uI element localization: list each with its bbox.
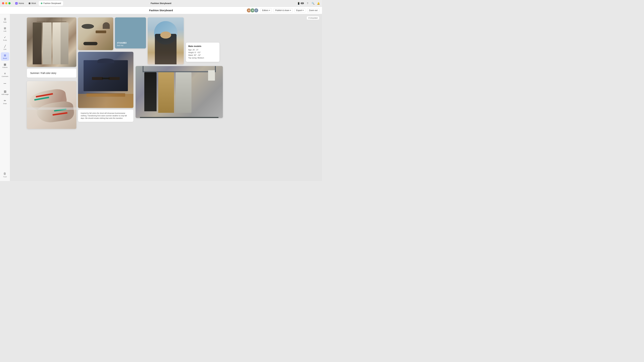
- sidebar-item-link[interactable]: ⊞ Link: [1, 25, 9, 33]
- sidebar-item-line[interactable]: ╱ Line: [1, 43, 9, 52]
- canvas: 0 Unsorted: [10, 14, 322, 181]
- close-button[interactable]: [2, 2, 4, 4]
- zoom-out-button[interactable]: Zoom out: [307, 8, 319, 12]
- help-icon[interactable]: ?: [306, 2, 309, 5]
- notification-count: 21: [301, 2, 304, 4]
- description-text: Inspired by fall colors the shoot will s…: [81, 112, 131, 120]
- toolbar-actions: A B C Editors ▾ Publish & share ▾ Export…: [246, 8, 319, 13]
- sidebar-link-label: Link: [4, 30, 6, 32]
- info-box-title: Male models: [188, 45, 217, 47]
- note-icon: ☰: [4, 17, 6, 21]
- titlebar: M Home Work Fashion Storyboard Fashion S…: [0, 0, 322, 7]
- sidebar-item-note[interactable]: ☰ Note: [1, 16, 9, 24]
- page-title: Fashion Storyboard: [149, 9, 173, 12]
- sidebar-board-label: Board: [3, 57, 7, 59]
- publish-chevron: ▾: [290, 9, 291, 11]
- titlebar-right: 📱 21 ? 🔍 🔔: [297, 2, 320, 5]
- sidebar-item-board[interactable]: ⊞ Board: [1, 52, 9, 61]
- info-age: Age: 20 - 27: [188, 49, 217, 51]
- titlebar-title: Fashion Storyboard: [151, 2, 171, 4]
- editors-chevron: ▾: [269, 9, 270, 11]
- clothing-rack1-image: [27, 17, 76, 67]
- tab-home[interactable]: M Home: [13, 1, 26, 6]
- card-rack2[interactable]: [136, 66, 223, 118]
- sidebar-item-draw[interactable]: ✏ Draw: [1, 98, 9, 106]
- accessories-image: [78, 17, 113, 50]
- search-icon[interactable]: 🔍: [311, 2, 314, 5]
- export-label: Export: [296, 9, 302, 11]
- todo-icon: ✓: [4, 36, 6, 39]
- bell-icon[interactable]: 🔔: [317, 2, 320, 5]
- titlebar-center-title: Fashion Storyboard: [151, 2, 171, 4]
- column-icon: ▦: [4, 63, 6, 66]
- more-icon: •••: [4, 82, 6, 85]
- sidebar-item-more[interactable]: •••: [1, 79, 9, 88]
- card-clothing-rack1[interactable]: [27, 17, 76, 67]
- card-description[interactable]: Inspired by fall colors the shoot will s…: [78, 110, 134, 122]
- trash-icon: 🗑: [3, 172, 6, 176]
- minimize-button[interactable]: [5, 2, 8, 4]
- link-icon: ⊞: [4, 27, 6, 30]
- tab-fashion-label: Fashion Storyboard: [44, 2, 61, 4]
- work-icon: [29, 2, 30, 4]
- swatch-hex-value: #7AA0B3: [117, 41, 144, 44]
- home-icon: M: [15, 2, 18, 4]
- publish-label: Publish & share: [275, 9, 290, 11]
- sidebar: ☰ Note ⊞ Link ✓ To-do ╱ Line ⊞ Board ▦ C…: [0, 14, 10, 181]
- sidebar-item-todo[interactable]: ✓ To-do: [1, 34, 9, 43]
- card-info-box[interactable]: Male models Age: 20 - 27 Height: 6' - 6'…: [186, 43, 220, 62]
- trash-label: Trash: [3, 176, 7, 178]
- card-folded-shirt[interactable]: [78, 52, 134, 108]
- window-controls: [2, 2, 10, 4]
- notification-badge[interactable]: 📱 21: [297, 2, 304, 5]
- card-model1[interactable]: [148, 17, 184, 64]
- tab-fashion[interactable]: Fashion Storyboard: [39, 1, 63, 6]
- sidebar-note-label: Note: [3, 21, 6, 23]
- sidebar-item-column[interactable]: ▦ Column: [1, 61, 9, 70]
- card-shoes[interactable]: [27, 81, 76, 129]
- publish-share-button[interactable]: Publish & share ▾: [274, 8, 293, 12]
- card-color-swatch[interactable]: #7AA0B3 Bali Hai: [115, 17, 146, 48]
- trash-item[interactable]: 🗑 Trash: [2, 171, 8, 179]
- tab-work-label: Work: [32, 2, 36, 4]
- shoes-image: [27, 81, 76, 129]
- avatars-group: A B C: [246, 8, 258, 13]
- draw-icon: ✏: [4, 99, 6, 102]
- rack2-image: [136, 66, 223, 118]
- line-icon: ╱: [4, 45, 6, 48]
- avatar-3: C: [254, 8, 258, 13]
- folded-shirt-image: [78, 52, 134, 108]
- sidebar-addimage-label: Add image: [1, 94, 8, 95]
- export-button[interactable]: Export ▾: [294, 8, 306, 12]
- card-accessories[interactable]: [78, 17, 113, 50]
- model1-image: [148, 17, 184, 64]
- export-chevron: ▾: [303, 9, 304, 11]
- tab-group: M Home Work Fashion Storyboard: [13, 1, 63, 6]
- unsorted-badge: 0 Unsorted: [306, 16, 319, 20]
- tab-work[interactable]: Work: [27, 1, 38, 6]
- addimage-icon: 🖼: [4, 90, 6, 93]
- info-height: Height: 6' - 6'3": [188, 51, 217, 53]
- fashion-icon: [41, 2, 42, 4]
- info-waist: Waist: 30" - 32": [188, 54, 217, 56]
- editors-button[interactable]: Editors ▾: [260, 8, 272, 12]
- comment-icon: ≡: [4, 72, 6, 75]
- sidebar-comment-label: Comment: [2, 76, 8, 77]
- sidebar-line-label: Line: [4, 48, 6, 50]
- card-story-title[interactable]: Summer / Fall color story: [27, 69, 76, 78]
- sidebar-item-addimage[interactable]: 🖼 Add image: [1, 88, 9, 97]
- unsorted-count: 0 Unsorted: [308, 17, 318, 19]
- swatch-color-name: Bali Hai: [117, 44, 144, 46]
- zoom-label: Zoom out: [309, 9, 318, 11]
- board: #7AA0B3 Bali Hai Male models Age: 20 - 2…: [10, 14, 322, 181]
- tab-home-label: Home: [19, 2, 24, 4]
- main-toolbar: Fashion Storyboard A B C Editors ▾ Publi…: [0, 7, 322, 14]
- editors-label: Editors: [262, 9, 268, 11]
- swatch-content: #7AA0B3 Bali Hai: [115, 17, 146, 48]
- sidebar-item-comment[interactable]: ≡ Comment: [1, 70, 9, 79]
- toolbar-title: Fashion Storyboard: [149, 9, 173, 12]
- sidebar-draw-label: Draw: [3, 103, 7, 104]
- info-top-sizing: Top sizing: Medium: [188, 57, 217, 59]
- story-title-text: Summer / Fall color story: [30, 72, 56, 74]
- maximize-button[interactable]: [8, 2, 10, 4]
